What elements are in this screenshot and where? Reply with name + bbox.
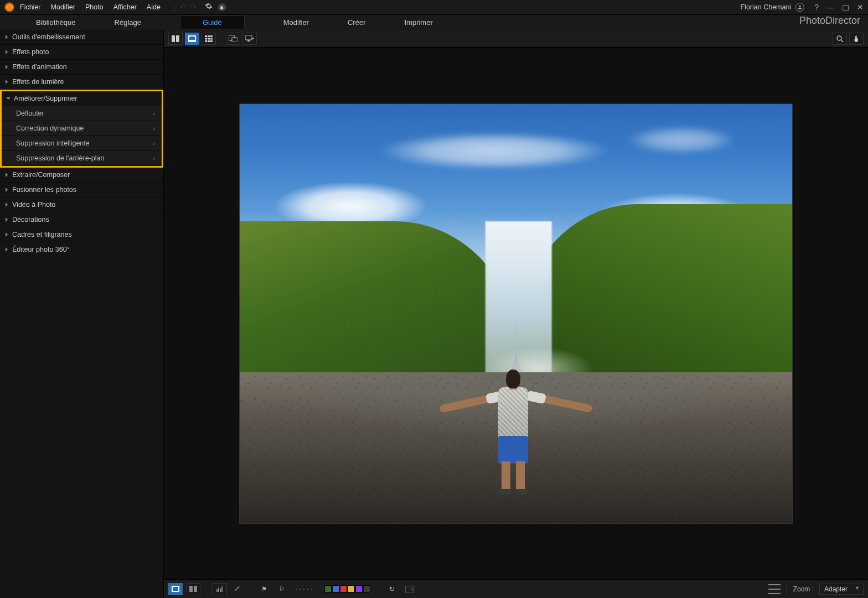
bottom-toolbar: ⚑ ⚐ ••••• ↻ | Zoom : Adapter: [164, 579, 868, 598]
color-swatch[interactable]: [332, 585, 339, 592]
maximize-icon[interactable]: ▢: [842, 3, 849, 12]
color-swatch[interactable]: [340, 585, 347, 592]
menu-edit[interactable]: Modifier: [51, 3, 75, 11]
svg-rect-3: [189, 37, 195, 40]
svg-rect-20: [173, 587, 178, 591]
flag-reject-icon[interactable]: ⚐: [275, 583, 289, 595]
svg-rect-9: [210, 38, 213, 39]
svg-rect-26: [221, 586, 223, 592]
rotate-icon[interactable]: ↻: [385, 583, 399, 595]
svg-rect-0: [172, 35, 175, 42]
user-name: Florian Chemani: [740, 3, 791, 11]
minimize-icon[interactable]: —: [826, 3, 834, 12]
panel-extract-compose[interactable]: Extraire/Composer: [0, 168, 163, 183]
title-bar: Fichier Modifier Photo Afficher Aide | ↶…: [0, 0, 868, 14]
svg-point-17: [837, 36, 841, 40]
layout-single-icon[interactable]: [168, 583, 183, 595]
redo-icon[interactable]: ↷: [190, 2, 197, 12]
view-compare-icon[interactable]: [168, 33, 183, 45]
mode-tabs: Bibliothèque Réglage Guidé Modifier Crée…: [0, 14, 868, 30]
panel-beautify[interactable]: Outils d'embellissement: [0, 30, 163, 45]
tab-edit[interactable]: Modifier: [283, 18, 309, 27]
panel-enhance-remove-group: Améliorer/Supprimer Déflouter› Correctio…: [0, 90, 163, 168]
brand-label: PhotoDirector: [799, 15, 860, 27]
list-view-icon[interactable]: [768, 584, 781, 594]
svg-rect-21: [189, 586, 193, 592]
svg-rect-27: [405, 586, 414, 592]
app-logo: [4, 2, 14, 12]
sub-dynamic-correction[interactable]: Correction dynamique›: [2, 121, 162, 136]
close-icon[interactable]: ✕: [857, 3, 864, 12]
histogram-icon[interactable]: [213, 583, 227, 595]
history-controls: | ↶ ↷: [174, 2, 197, 12]
panel-merge-photos[interactable]: Fusionner les photos: [0, 183, 163, 197]
help-icon[interactable]: ?: [814, 3, 819, 12]
menu-help[interactable]: Aide: [147, 3, 161, 11]
menu-photo[interactable]: Photo: [85, 3, 104, 11]
svg-rect-7: [205, 38, 207, 39]
gear-icon[interactable]: [205, 2, 213, 12]
svg-rect-5: [208, 35, 210, 37]
panel-light-effects[interactable]: Effets de lumière: [0, 75, 163, 90]
color-labels: [324, 585, 370, 592]
zoom-label: Zoom :: [793, 585, 814, 593]
rating-dots[interactable]: •••••: [296, 586, 314, 591]
svg-rect-8: [208, 38, 210, 39]
person-subject: [433, 349, 599, 498]
zoom-tool-icon[interactable]: [833, 33, 847, 45]
panel-animation-effects[interactable]: Effets d'animation: [0, 60, 163, 75]
bell-icon[interactable]: [218, 3, 226, 11]
svg-rect-4: [205, 35, 207, 37]
svg-rect-23: [216, 589, 218, 592]
svg-rect-1: [176, 35, 179, 42]
panel-frames-watermarks[interactable]: Cadres et filigranes: [0, 227, 163, 242]
tab-library[interactable]: Bibliothèque: [36, 18, 76, 27]
sub-background-removal[interactable]: Suppression de l'arrière-plan›: [2, 151, 162, 166]
pan-tool-icon[interactable]: [849, 33, 864, 45]
main-menu: Fichier Modifier Photo Afficher Aide: [20, 3, 161, 11]
tab-adjust[interactable]: Réglage: [115, 18, 141, 27]
color-swatch[interactable]: [348, 585, 355, 592]
crop-rect-icon[interactable]: [402, 583, 417, 595]
color-swatch[interactable]: [324, 585, 332, 592]
panel-360-editor[interactable]: Éditeur photo 360°: [0, 242, 163, 257]
chevron-right-icon: ›: [153, 110, 155, 117]
window-controls: ? — ▢ ✕: [814, 3, 864, 12]
flag-icon[interactable]: ⚑: [257, 583, 271, 595]
layout-split-icon[interactable]: [186, 583, 200, 595]
svg-line-18: [841, 40, 843, 42]
guided-sidebar: Outils d'embellissement Effets photo Eff…: [0, 30, 164, 598]
photo-preview[interactable]: [239, 103, 793, 524]
panel-decorations[interactable]: Décorations: [0, 212, 163, 227]
panel-photo-effects[interactable]: Effets photo: [0, 45, 163, 60]
brush-icon[interactable]: [230, 583, 245, 595]
sub-smart-removal[interactable]: Suppression intelligente›: [2, 136, 162, 151]
zoom-select[interactable]: Adapter: [819, 584, 864, 595]
svg-rect-14: [232, 38, 237, 42]
undo-icon[interactable]: ↶: [179, 2, 187, 12]
tab-create[interactable]: Créer: [348, 18, 366, 27]
chevron-right-icon: ›: [153, 155, 155, 162]
chevron-right-icon: ›: [153, 125, 155, 132]
monitor-dropdown-icon[interactable]: [242, 33, 257, 45]
tab-guided[interactable]: Guidé: [180, 15, 245, 29]
sub-deblur[interactable]: Déflouter›: [2, 106, 162, 121]
view-grid-icon[interactable]: [202, 33, 216, 45]
svg-rect-25: [220, 589, 221, 592]
svg-rect-22: [194, 586, 197, 592]
user-avatar-icon: [795, 3, 804, 12]
svg-rect-12: [210, 40, 213, 42]
menu-file[interactable]: Fichier: [20, 3, 41, 11]
svg-rect-16: [247, 40, 250, 41]
svg-rect-10: [205, 40, 207, 42]
view-single-icon[interactable]: [185, 33, 199, 45]
panel-enhance-remove[interactable]: Améliorer/Supprimer: [2, 91, 162, 106]
panel-video-to-photo[interactable]: Vidéo à Photo: [0, 197, 163, 212]
color-swatch[interactable]: [363, 585, 370, 592]
tab-print[interactable]: Imprimer: [404, 18, 432, 27]
menu-view[interactable]: Afficher: [113, 3, 137, 11]
user-account[interactable]: Florian Chemani: [740, 3, 804, 12]
secondary-display-icon[interactable]: [226, 33, 240, 45]
color-swatch[interactable]: [355, 585, 363, 592]
svg-rect-6: [210, 35, 213, 37]
